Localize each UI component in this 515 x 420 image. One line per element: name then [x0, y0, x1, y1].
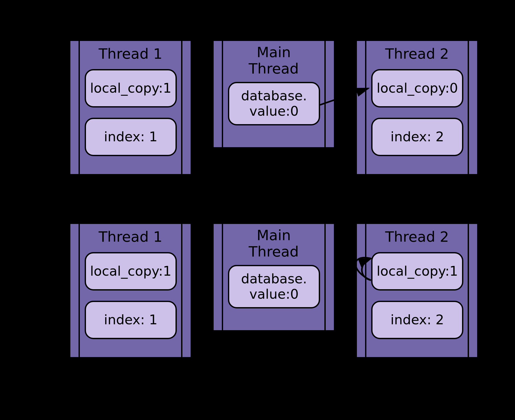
thread1-localcopy-row1: local_copy:1 [85, 252, 177, 290]
thread2-localcopy-row1: local_copy:1 [371, 252, 463, 290]
thread2-title-row0: Thread 2 [357, 46, 477, 62]
thread2-index-row0: index: 2 [371, 118, 463, 156]
mainthread-box-row0: Main Thread database. value:0 [212, 40, 335, 148]
mainthread-db-row1: database. value:0 [228, 265, 320, 308]
thread1-title-row1: Thread 1 [70, 229, 191, 245]
thread2-box-row1: Thread 2 local_copy:1 index: 2 [356, 223, 478, 358]
thread1-index-row1: index: 1 [85, 301, 177, 339]
mainthread-title-row1: Main Thread [214, 227, 334, 260]
thread2-localcopy-row0: local_copy:0 [371, 69, 463, 107]
thread1-box-row1: Thread 1 local_copy:1 index: 1 [69, 223, 192, 358]
thread1-title-row0: Thread 1 [70, 46, 191, 62]
thread1-index-row0: index: 1 [85, 118, 177, 156]
diagram-stage: Thread 1 local_copy:1 index: 1 Main Thre… [0, 0, 515, 420]
thread1-box-row0: Thread 1 local_copy:1 index: 1 [69, 40, 192, 175]
mainthread-db-row0: database. value:0 [228, 82, 320, 125]
mainthread-box-row1: Main Thread database. value:0 [212, 223, 335, 331]
thread2-index-row1: index: 2 [371, 301, 463, 339]
mainthread-title-row0: Main Thread [214, 44, 334, 77]
thread1-localcopy-row0: local_copy:1 [85, 69, 177, 107]
thread2-title-row1: Thread 2 [357, 229, 477, 245]
thread2-box-row0: Thread 2 local_copy:0 index: 2 [356, 40, 478, 175]
